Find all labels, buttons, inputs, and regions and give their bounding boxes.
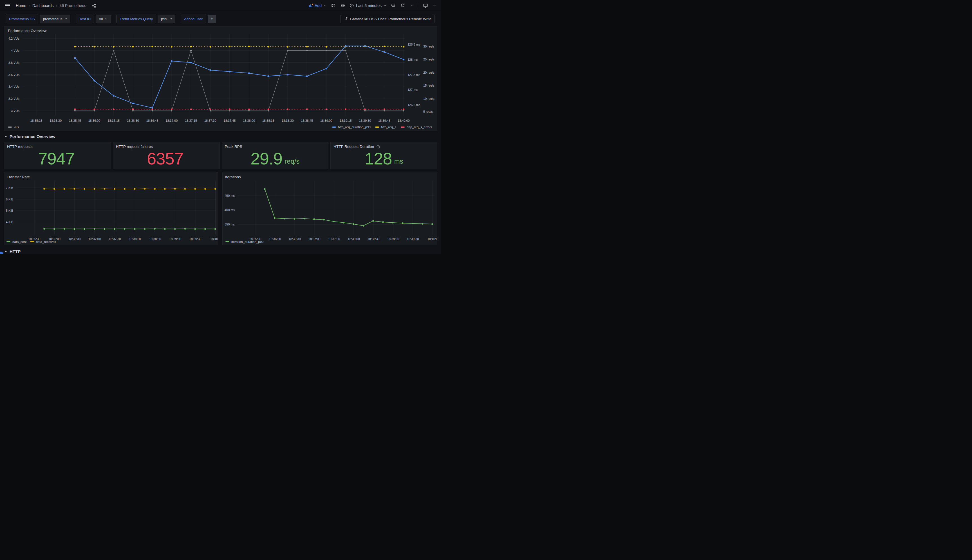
top-nav: Home › Dashboards › k6 Prometheus (0, 0, 441, 11)
y-tick-label: 127 ms (408, 88, 418, 92)
y-tick-label: 4 VUs (11, 49, 19, 52)
x-tick-label: 18:37:30 (328, 238, 340, 241)
legend: vus (8, 125, 19, 129)
section-http[interactable]: HTTP (4, 249, 20, 254)
y-tick-label: 25 req/s (423, 58, 435, 61)
legend-swatch (375, 127, 379, 128)
panel-title[interactable]: Performance Overview (8, 29, 47, 33)
y-tick-label: 128.5 ms (408, 43, 420, 46)
breadcrumb: Home › Dashboards › k6 Prometheus (15, 3, 87, 8)
chevron-down-icon (383, 4, 386, 7)
legend-item-data-sent[interactable]: data_sent (7, 240, 27, 243)
menu-button[interactable] (4, 3, 11, 9)
x-tick-label: 18:38:00 (348, 238, 360, 241)
stat-title: HTTP request failures (113, 142, 219, 149)
y-tick-label: 10 req/s (423, 97, 435, 100)
x-tick-label: 18:40:0 (427, 238, 437, 241)
save-dashboard-button[interactable] (330, 2, 337, 9)
refresh-button[interactable] (399, 2, 407, 9)
x-tick-label: 18:39:30 (407, 238, 419, 241)
info-icon[interactable] (376, 145, 380, 149)
clock-icon (350, 3, 354, 8)
variable-trend-metrics-query: Trend Metrics Query p99 (116, 15, 175, 23)
x-tick-label: 18:36:15 (107, 119, 120, 122)
corner-accent (0, 252, 3, 254)
y-tick-label: 4 KiB (6, 221, 13, 224)
y-tick-label: 3.6 VUs (8, 73, 19, 76)
x-tick-label: 18:38:00 (129, 238, 141, 241)
chart-canvas[interactable] (4, 27, 437, 131)
stat-value: 6357 (113, 149, 219, 169)
nav-left: Home › Dashboards › k6 Prometheus (4, 2, 97, 9)
dashboard-settings-button[interactable] (340, 2, 346, 9)
legend-item-http-req-duration-p99[interactable]: http_req_duration_p99 (332, 125, 371, 129)
y-tick-label: 126.5 ms (408, 103, 420, 107)
y-tick-label: 450 ms (224, 194, 235, 197)
section-performance-overview[interactable]: Performance Overview (4, 134, 55, 139)
chevron-down-icon (323, 4, 326, 7)
x-tick-label: 18:37:30 (109, 238, 121, 241)
add-panel-icon (309, 3, 313, 8)
legend-item-vus[interactable]: vus (8, 125, 19, 129)
stat-title: HTTP Request Duration (331, 142, 437, 149)
zoom-out-button[interactable] (390, 2, 397, 9)
x-tick-label: 18:38:00 (243, 119, 255, 122)
menu-icon (5, 4, 10, 8)
x-tick-label: 18:37:45 (224, 119, 236, 122)
share-alt-icon (92, 3, 96, 8)
x-tick-label: 18:36:30 (289, 238, 301, 241)
section-title: HTTP (10, 249, 20, 254)
docs-link-button[interactable]: Grafana k6 OSS Docs: Prometheus Remote W… (341, 15, 435, 23)
y-tick-label: 3.4 VUs (8, 85, 19, 88)
tv-mode-button[interactable] (422, 2, 429, 9)
chart-canvas[interactable] (223, 172, 437, 245)
y-tick-label: 128 ms (408, 58, 418, 61)
legend-swatch (30, 241, 34, 242)
y-tick-label: 4.2 VUs (8, 37, 19, 40)
legend-item-http-req-s-errors[interactable]: http_req_s_errors (401, 125, 432, 129)
stat-panel-http-request-failures: HTTP request failures 6357 (113, 142, 220, 169)
y-tick-label: 3.2 VUs (8, 97, 19, 100)
chevron-down-icon (4, 250, 8, 253)
time-range-picker[interactable]: Last 5 minutes (349, 2, 387, 9)
chevron-down-icon (410, 4, 413, 7)
legend-item-http-req-s[interactable]: http_req_s (375, 125, 396, 129)
stat-value: 7947 (4, 149, 110, 169)
legend-swatch (8, 127, 12, 128)
x-tick-label: 18:36:45 (146, 119, 159, 122)
legend-swatch (7, 241, 10, 242)
kiosk-mode-dropdown[interactable] (432, 3, 437, 8)
y-tick-label: 6 KiB (6, 198, 13, 201)
variable-value-dropdown[interactable]: All (96, 15, 111, 23)
variable-value-dropdown[interactable]: prometheus (40, 15, 70, 23)
legend-item-data-received[interactable]: data_received (30, 240, 56, 243)
share-button[interactable] (90, 2, 97, 9)
refresh-interval-dropdown[interactable] (409, 3, 414, 8)
dashboard-controls: Prometheus DS prometheus Test ID All Tre… (6, 15, 435, 23)
x-tick-label: 18:39:30 (359, 119, 371, 122)
variable-value: prometheus (43, 17, 62, 21)
breadcrumb-home[interactable]: Home (15, 3, 27, 8)
x-tick-label: 18:35:30 (50, 119, 62, 122)
stat-title: Peak RPS (222, 142, 328, 149)
legend: http_req_duration_p99 http_req_s http_re… (332, 125, 432, 129)
grafana-dashboard: Home › Dashboards › k6 Prometheus (0, 0, 441, 254)
x-tick-label: 18:40:00 (398, 119, 410, 122)
breadcrumb-dashboards[interactable]: Dashboards (31, 3, 55, 8)
docs-link-label: Grafana k6 OSS Docs: Prometheus Remote W… (350, 17, 432, 21)
variable-value-dropdown[interactable]: p99 (158, 15, 175, 23)
panel-performance-overview: Performance Overview 18:35:1518:35:3018:… (4, 26, 437, 131)
panel-title[interactable]: Transfer Rate (7, 175, 30, 179)
save-icon (331, 3, 336, 8)
legend: iteration_duration_p99 (226, 240, 263, 243)
legend-item-iteration-duration-p99[interactable]: iteration_duration_p99 (226, 240, 263, 243)
x-tick-label: 18:39:45 (378, 119, 390, 122)
chart-canvas[interactable] (4, 172, 218, 245)
adhoc-filter: AdhocFilter (181, 15, 206, 23)
add-filter-button[interactable]: + (208, 15, 216, 23)
stat-value: 128ms (331, 149, 437, 169)
breadcrumb-current[interactable]: k6 Prometheus (59, 3, 87, 8)
stat-panel-http-request-duration: HTTP Request Duration 128ms (330, 142, 437, 169)
panel-title[interactable]: Iterations (225, 175, 241, 179)
add-button[interactable]: Add (308, 2, 327, 9)
